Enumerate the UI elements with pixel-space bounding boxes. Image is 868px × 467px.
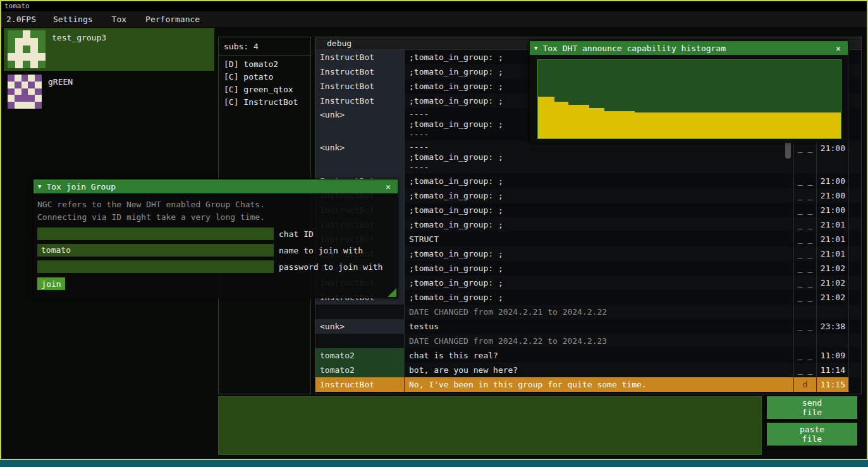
avatar-pixel — [21, 95, 28, 102]
avatar-pixel — [35, 82, 42, 88]
join-field-row: password to join with — [37, 260, 394, 273]
group-avatar — [8, 75, 42, 109]
message-time: 21:01 — [817, 217, 849, 232]
message-flags: _ _ — [794, 290, 817, 305]
avatar-pixel — [15, 75, 21, 82]
message-row: <unk>testus_ _23:38 — [315, 319, 861, 334]
group-row-gREEN[interactable]: gREEN — [4, 72, 214, 111]
histogram-bar — [568, 105, 590, 138]
message-author: <unk> — [315, 319, 405, 334]
message-text: ----;tomato_in_group: ;---- — [405, 141, 794, 174]
avatar-pixel — [21, 88, 28, 95]
group-list: test_group3gREEN — [4, 28, 214, 112]
message-time — [817, 334, 849, 348]
avatar-pixel — [21, 102, 28, 109]
message-time: 21:00 — [817, 141, 849, 174]
message-text: No, I've been in this group for quite so… — [405, 377, 794, 392]
histogram-bar — [554, 102, 568, 138]
close-icon[interactable]: ✕ — [833, 44, 843, 53]
paste-file-button[interactable]: paste file — [767, 423, 857, 446]
histogram-window-titlebar[interactable]: ▼ Tox DHT announce capability histogram … — [530, 41, 848, 55]
message-flags: _ _ — [794, 217, 817, 232]
message-flags — [794, 334, 817, 348]
message-flags: _ _ — [794, 276, 817, 290]
avatar-pixel — [38, 38, 46, 45]
avatar-pixel — [15, 88, 21, 95]
join-input-chat-ID[interactable] — [37, 227, 274, 240]
message-flags: _ _ — [794, 141, 817, 174]
send-file-button[interactable]: send file — [767, 396, 857, 419]
message-row: DATE CHANGED from 2024.2.22 to 2024.2.23 — [315, 334, 861, 348]
message-time: 11:15 — [817, 377, 849, 392]
message-time: 21:01 — [817, 232, 849, 246]
join-button[interactable]: join — [37, 277, 65, 290]
message-text: ;tomato_in_group: ; — [405, 188, 794, 203]
subs-item[interactable]: [C] potato — [219, 71, 310, 83]
menu-item-tox[interactable]: Tox — [102, 11, 136, 27]
avatar-pixel — [23, 30, 30, 38]
message-row: tomato2bot, are you new here?_ _11:14 — [315, 363, 861, 377]
subs-item[interactable]: [C] InstructBot — [219, 96, 310, 109]
message-text: DATE CHANGED from 2024.2.21 to 2024.2.22 — [405, 305, 794, 319]
avatar-pixel — [8, 53, 15, 61]
message-flags: _ _ — [794, 174, 817, 188]
collapse-icon[interactable]: ▼ — [534, 45, 537, 51]
group-name: test_group3 — [52, 30, 106, 68]
avatar-pixel — [35, 88, 42, 95]
message-flags: _ _ — [794, 261, 817, 276]
message-time: 21:02 — [817, 290, 849, 305]
resize-grip-icon[interactable] — [388, 288, 396, 297]
avatar-pixel — [15, 30, 23, 38]
message-time: 11:09 — [817, 348, 849, 363]
avatar-pixel — [8, 61, 15, 68]
avatar-pixel — [8, 82, 15, 88]
avatar-pixel — [8, 45, 15, 53]
avatar-pixel — [38, 53, 46, 61]
menu-item-settings[interactable]: Settings — [44, 11, 102, 27]
join-info-line-1: NGC refers to the New DHT enabled Group … — [37, 198, 394, 211]
message-text: chat is this real? — [405, 348, 794, 363]
close-icon[interactable]: ✕ — [383, 182, 393, 191]
subs-item[interactable]: [C] green_qtox — [219, 83, 310, 96]
join-info-line-2: Connecting via ID might take a very long… — [37, 211, 394, 224]
group-row-test_group3[interactable]: test_group3 — [4, 28, 214, 71]
message-author: InstructBot — [315, 50, 405, 64]
message-text: DATE CHANGED from 2024.2.22 to 2024.2.23 — [405, 334, 794, 348]
subs-list: [D] tomato2[C] potato[C] green_qtox[C] I… — [219, 56, 310, 109]
message-flags: d — [794, 377, 817, 392]
histogram-bar — [538, 97, 554, 138]
subs-header: subs: 4 — [219, 37, 310, 56]
subs-item[interactable]: [D] tomato2 — [219, 58, 310, 71]
message-author: InstructBot — [315, 79, 405, 94]
join-field-label: chat ID — [279, 229, 314, 239]
avatar-pixel — [30, 45, 38, 53]
join-group-window-titlebar[interactable]: ▼ Tox join Group ✕ — [34, 179, 398, 193]
message-flags: _ _ — [794, 246, 817, 261]
screen: tomato 2.0FPS SettingsToxPerformance tes… — [0, 0, 868, 467]
message-text: bot, are you new here? — [405, 363, 794, 377]
message-text: ;tomato_in_group: ; — [405, 261, 794, 276]
join-input-name-to-join-with[interactable]: tomato — [37, 244, 274, 257]
avatar-pixel — [15, 82, 21, 88]
avatar-pixel — [28, 75, 35, 82]
message-time: 11:14 — [817, 363, 849, 377]
join-field-label: password to join with — [279, 262, 382, 272]
message-text: ;tomato_in_group: ; — [405, 290, 794, 305]
avatar-pixel — [8, 38, 15, 45]
avatar-pixel — [8, 75, 15, 82]
join-input-password-to-join-with[interactable] — [37, 260, 274, 273]
message-input[interactable] — [218, 396, 762, 455]
message-author: InstructBot — [315, 377, 405, 392]
avatar-pixel — [8, 102, 15, 109]
avatar-pixel — [30, 53, 38, 61]
join-field-label: name to join with — [279, 246, 363, 255]
avatar-pixel — [38, 30, 46, 38]
avatar-pixel — [8, 88, 15, 95]
message-text: ;tomato_in_group: ; — [405, 217, 794, 232]
collapse-icon[interactable]: ▼ — [38, 183, 41, 190]
avatar-pixel — [23, 53, 30, 61]
message-row: <unk>----;tomato_in_group: ;----_ _21:00 — [315, 141, 861, 174]
menu-item-performance[interactable]: Performance — [136, 11, 209, 27]
avatar-pixel — [35, 102, 42, 109]
avatar-pixel — [8, 95, 15, 102]
